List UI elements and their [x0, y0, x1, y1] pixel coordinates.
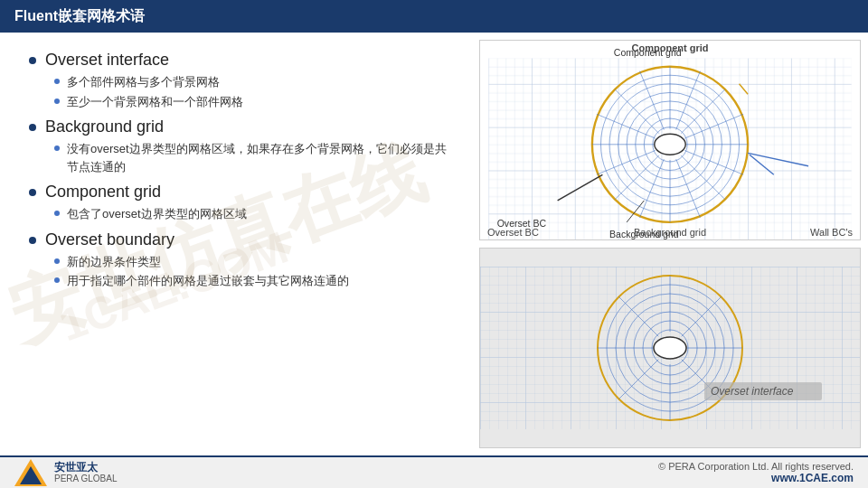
- bullet-main-text-4: Overset boundary: [45, 230, 175, 249]
- top-diagram-svg: Component grid Wall BC's Overset BC Back…: [480, 41, 860, 239]
- logo-text: 安世亚太 PERA GLOBAL: [54, 461, 117, 484]
- sub-bullet-1-1: 多个部件网格与多个背景网格: [54, 73, 458, 91]
- main-content: 安世仿真在线 1CAE.COM Overset interface 多个部件网格…: [0, 33, 868, 455]
- sub-bullets-1: 多个部件网格与多个背景网格 至少一个背景网格和一个部件网格: [54, 73, 458, 110]
- bullet-main-text-2: Background grid: [45, 117, 164, 136]
- bullet-main-text-3: Component grid: [45, 183, 161, 202]
- bullet-main-2: Background grid: [29, 117, 458, 136]
- sub-bullet-text-3-1: 包含了overset边界类型的网格区域: [67, 205, 247, 223]
- right-panel: Component grid Wall BC's Overset BC Back…: [479, 33, 868, 455]
- sub-bullets-3: 包含了overset边界类型的网格区域: [54, 205, 458, 223]
- sub-bullet-3-1: 包含了overset边界类型的网格区域: [54, 205, 458, 223]
- bullet-main-1: Overset interface: [29, 51, 458, 70]
- sub-bullet-4-1: 新的边界条件类型: [54, 253, 458, 271]
- bullet-dot-1: [29, 57, 36, 64]
- sub-bullet-text-1-1: 多个部件网格与多个背景网格: [67, 73, 220, 91]
- footer-logo: 安世亚太 PERA GLOBAL: [14, 459, 117, 486]
- logo-icon: [14, 459, 47, 486]
- sub-bullet-dot-1-2: [54, 99, 60, 104]
- bullet-main-text-1: Overset interface: [45, 51, 169, 70]
- bottom-diagram: Overset interface: [479, 248, 861, 448]
- footer: 安世亚太 PERA GLOBAL © PERA Corporation Ltd.…: [0, 455, 868, 488]
- label-overset-bc: Overset BC: [487, 227, 539, 238]
- sub-bullet-4-2: 用于指定哪个部件的网格是通过嵌套与其它网格连通的: [54, 272, 458, 290]
- bullet-dot-4: [29, 237, 36, 244]
- bullet-main-3: Component grid: [29, 183, 458, 202]
- sub-bullets-4: 新的边界条件类型 用于指定哪个部件的网格是通过嵌套与其它网格连通的: [54, 253, 458, 290]
- label-background-grid: Background grid: [634, 227, 706, 238]
- sub-bullets-2: 没有overset边界类型的网格区域，如果存在多个背景网格，它们必须是共节点连通…: [54, 140, 458, 175]
- overset-interface-label-svg: Overset interface: [711, 385, 794, 398]
- bullet-dot-3: [29, 189, 36, 196]
- sub-bullet-dot-2-1: [54, 145, 60, 151]
- header: Fluent嵌套网格术语: [0, 0, 868, 33]
- svg-point-27: [655, 134, 685, 155]
- sub-bullet-1-2: 至少一个背景网格和一个部件网格: [54, 93, 458, 111]
- footer-right: © PERA Corporation Ltd. All rights reser…: [658, 461, 854, 484]
- sub-bullet-text-4-1: 新的边界条件类型: [67, 253, 161, 271]
- bullet-dot-2: [29, 124, 36, 131]
- sub-bullet-text-2-1: 没有overset边界类型的网格区域，如果存在多个背景网格，它们必须是共节点连通…: [67, 140, 458, 175]
- label-wall-bcs: Wall BC's: [810, 227, 853, 238]
- sub-bullet-dot-4-2: [54, 277, 60, 283]
- bottom-diagram-svg: Overset interface: [480, 249, 860, 447]
- left-panel: Overset interface 多个部件网格与多个背景网格 至少一个背景网格…: [0, 33, 479, 455]
- sub-bullet-dot-3-1: [54, 211, 60, 216]
- bullet-section-4: Overset boundary 新的边界条件类型 用于指定哪个部件的网格是通过…: [29, 230, 458, 290]
- sub-bullet-dot-1-1: [54, 79, 60, 84]
- sub-bullet-2-1: 没有overset边界类型的网格区域，如果存在多个背景网格，它们必须是共节点连通…: [54, 140, 458, 175]
- top-diagram: Component grid Wall BC's Overset BC Back…: [479, 40, 861, 240]
- sub-bullet-text-1-2: 至少一个背景网格和一个部件网格: [67, 93, 243, 111]
- svg-point-50: [654, 337, 686, 359]
- bullet-section-1: Overset interface 多个部件网格与多个背景网格 至少一个背景网格…: [29, 51, 458, 110]
- bullet-section-2: Background grid 没有overset边界类型的网格区域，如果存在多…: [29, 117, 458, 175]
- label-component-grid: Component grid: [632, 42, 709, 53]
- bullet-main-4: Overset boundary: [29, 230, 458, 249]
- sub-bullet-text-4-2: 用于指定哪个部件的网格是通过嵌套与其它网格连通的: [67, 272, 349, 290]
- bullet-section-3: Component grid 包含了overset边界类型的网格区域: [29, 183, 458, 223]
- sub-bullet-dot-4-1: [54, 258, 60, 264]
- header-title: Fluent嵌套网格术语: [14, 7, 145, 26]
